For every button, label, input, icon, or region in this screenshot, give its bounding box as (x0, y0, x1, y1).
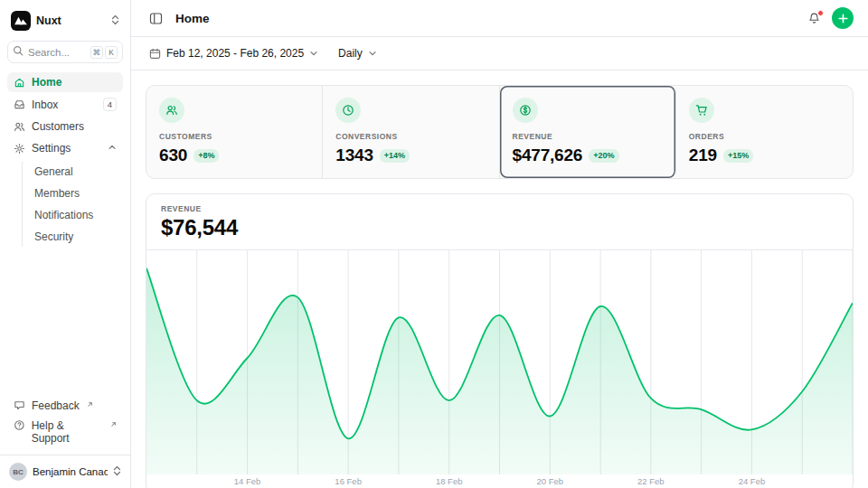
workspace-name: Nuxt (36, 14, 106, 27)
chart-header: REVENUE $76,544 (146, 194, 853, 250)
gear-icon (14, 143, 25, 155)
workspace-switcher[interactable]: Nuxt (7, 9, 123, 33)
sidebar-item-home[interactable]: Home (7, 72, 123, 92)
search-input[interactable]: Search... ⌘ K (7, 41, 123, 63)
stat-card-customers[interactable]: CUSTOMERS 630 +8% (146, 86, 323, 178)
stat-label: ORDERS (689, 132, 724, 141)
granularity-select[interactable]: Daily (335, 43, 381, 63)
home-icon (14, 77, 25, 89)
revenue-chart-card: REVENUE $76,544 14 Feb16 Feb18 Feb20 Feb… (146, 193, 854, 488)
sidebar-item-general[interactable]: General (27, 162, 123, 182)
revenue-area-chart[interactable]: 14 Feb16 Feb18 Feb20 Feb22 Feb24 Feb (146, 250, 853, 488)
search-placeholder: Search... (28, 47, 86, 58)
avatar: BC (9, 463, 27, 481)
add-button[interactable] (832, 7, 854, 29)
sidebar-spacer (7, 249, 123, 396)
dashboard-content: CUSTOMERS 630 +8% CONVERSIONS 1343 +14% (131, 70, 868, 488)
sidebar-item-feedback[interactable]: Feedback (7, 396, 123, 416)
stat-delta-badge: +8% (193, 149, 219, 163)
clock-icon (335, 98, 361, 123)
kbd-k: K (105, 46, 118, 59)
dashboard-app: Nuxt Search... ⌘ K Home Inbox 4 (0, 0, 868, 488)
plus-icon (838, 14, 848, 23)
external-link-icon (110, 418, 117, 430)
sidebar-item-label: Settings (32, 142, 101, 155)
message-icon (14, 399, 25, 411)
help-circle-icon (14, 419, 25, 431)
stat-card-orders[interactable]: ORDERS 219 +15% (676, 86, 853, 178)
user-name: Benjamin Canac (33, 466, 108, 477)
settings-subnav: General Members Notifications Security (22, 162, 123, 247)
x-axis-label: 18 Feb (436, 476, 463, 486)
stat-label: REVENUE (513, 132, 553, 141)
main-panel: Home Feb 12, 2025 - Feb 26, 2025 Daily (131, 0, 868, 488)
x-axis-label: 22 Feb (637, 476, 665, 486)
sidebar-item-help-support[interactable]: Help & Support (7, 416, 123, 448)
sidebar-item-members[interactable]: Members (27, 183, 123, 203)
sidebar-item-notifications[interactable]: Notifications (27, 205, 123, 225)
sidebar-item-label: Home (32, 76, 117, 89)
chevron-updown-icon (113, 465, 121, 479)
nuxt-logo (11, 11, 31, 31)
x-axis-label: 20 Feb (536, 476, 563, 486)
inbox-count-badge: 4 (103, 98, 117, 111)
external-link-icon (87, 398, 93, 410)
circle-dollar-icon (513, 98, 538, 123)
date-range-label: Feb 12, 2025 - Feb 26, 2025 (166, 47, 304, 60)
date-range-picker[interactable]: Feb 12, 2025 - Feb 26, 2025 (146, 43, 322, 63)
chevron-down-icon (368, 49, 377, 58)
granularity-label: Daily (338, 47, 363, 60)
sidebar: Nuxt Search... ⌘ K Home Inbox 4 (0, 0, 131, 488)
sidebar-item-label: Help & Support (32, 419, 103, 445)
page-title: Home (175, 12, 210, 25)
stat-label: CUSTOMERS (159, 132, 212, 141)
x-axis-label: 16 Feb (335, 476, 362, 486)
sidebar-item-settings[interactable]: Settings (7, 138, 123, 158)
stat-value: 219 (689, 145, 717, 165)
chart-title: REVENUE (161, 204, 838, 213)
inbox-icon (14, 99, 25, 110)
sidebar-item-label: Customers (32, 120, 117, 133)
chevron-updown-icon (111, 14, 119, 28)
chart-current-value: $76,544 (161, 215, 838, 240)
x-axis-label: 14 Feb (234, 476, 261, 486)
area-chart-plot (146, 250, 853, 474)
user-menu[interactable]: BC Benjamin Canac (0, 455, 130, 488)
sidebar-toggle-button[interactable] (146, 8, 166, 29)
users-icon (159, 98, 184, 123)
x-axis: 14 Feb16 Feb18 Feb20 Feb22 Feb24 Feb (146, 474, 853, 488)
stat-delta-badge: +20% (589, 149, 618, 163)
stat-value: 1343 (335, 145, 373, 165)
panel-left-icon (149, 12, 163, 25)
sidebar-item-inbox[interactable]: Inbox 4 (7, 94, 123, 115)
sidebar-item-security[interactable]: Security (27, 227, 123, 247)
sidebar-item-label: Feedback (32, 399, 80, 412)
stat-value: 630 (159, 145, 187, 165)
stat-value: $477,626 (513, 145, 583, 165)
chevron-down-icon (309, 49, 318, 58)
stats-row: CUSTOMERS 630 +8% CONVERSIONS 1343 +14% (146, 85, 854, 179)
cart-icon (689, 98, 714, 123)
top-header: Home (131, 0, 868, 37)
stat-delta-badge: +15% (723, 149, 753, 163)
notifications-button[interactable] (804, 8, 825, 29)
stat-delta-badge: +14% (380, 149, 410, 163)
x-axis-label: 24 Feb (739, 476, 766, 486)
notification-dot (817, 10, 824, 16)
sidebar-item-customers[interactable]: Customers (7, 117, 123, 136)
search-shortcut: ⌘ K (90, 46, 118, 59)
stat-card-conversions[interactable]: CONVERSIONS 1343 +14% (323, 86, 499, 178)
users-icon (14, 121, 25, 133)
filters-toolbar: Feb 12, 2025 - Feb 26, 2025 Daily (131, 37, 868, 70)
search-icon (13, 45, 24, 59)
stat-label: CONVERSIONS (335, 132, 397, 141)
calendar-icon (149, 48, 161, 60)
stat-card-revenue[interactable]: REVENUE $477,626 +20% (500, 86, 676, 178)
kbd-cmd: ⌘ (90, 46, 104, 59)
sidebar-nav: Home Inbox 4 Customers Settings General (7, 72, 123, 249)
chevron-up-icon (108, 142, 117, 155)
sidebar-item-label: Inbox (32, 99, 97, 111)
